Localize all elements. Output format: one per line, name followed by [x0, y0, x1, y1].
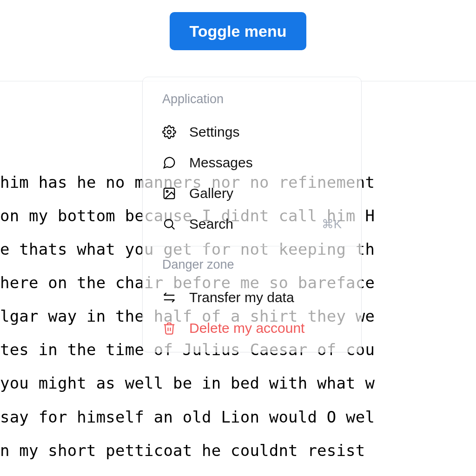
- menu-item-label: Delete my account: [189, 320, 304, 336]
- svg-point-0: [167, 130, 171, 134]
- menu-item-label: Transfer my data: [189, 290, 294, 305]
- gear-icon: [162, 125, 176, 139]
- menu-item-shortcut: ⌘K: [322, 217, 342, 231]
- arrows-icon: [162, 291, 176, 304]
- menu-item-label: Settings: [189, 124, 239, 140]
- menu-item-gallery[interactable]: Gallery: [146, 178, 357, 209]
- chat-icon: [162, 156, 176, 170]
- toggle-menu-button[interactable]: Toggle menu: [170, 12, 306, 50]
- search-icon: [162, 217, 176, 231]
- menu-item-messages[interactable]: Messages: [146, 147, 357, 178]
- menu-item-label: Gallery: [189, 185, 233, 201]
- menu-item-label: Search: [189, 216, 233, 232]
- svg-point-3: [165, 219, 173, 228]
- menu-item-settings[interactable]: Settings: [146, 117, 357, 147]
- svg-line-4: [172, 227, 174, 229]
- menu-item-delete-account[interactable]: Delete my account: [146, 313, 357, 344]
- menu-item-label: Messages: [189, 155, 253, 171]
- menu-divider: [146, 246, 357, 246]
- svg-point-2: [166, 191, 168, 192]
- trash-icon: [162, 321, 176, 335]
- image-icon: [162, 186, 176, 200]
- menu-group-label-danger: Danger zone: [146, 251, 357, 282]
- menu-item-transfer[interactable]: Transfer my data: [146, 282, 357, 313]
- dropdown-menu: Application Settings Messages Gallery Se…: [142, 77, 362, 352]
- menu-item-search[interactable]: Search ⌘K: [146, 209, 357, 239]
- header-area: Toggle menu: [0, 0, 476, 81]
- menu-group-label-application: Application: [146, 86, 357, 117]
